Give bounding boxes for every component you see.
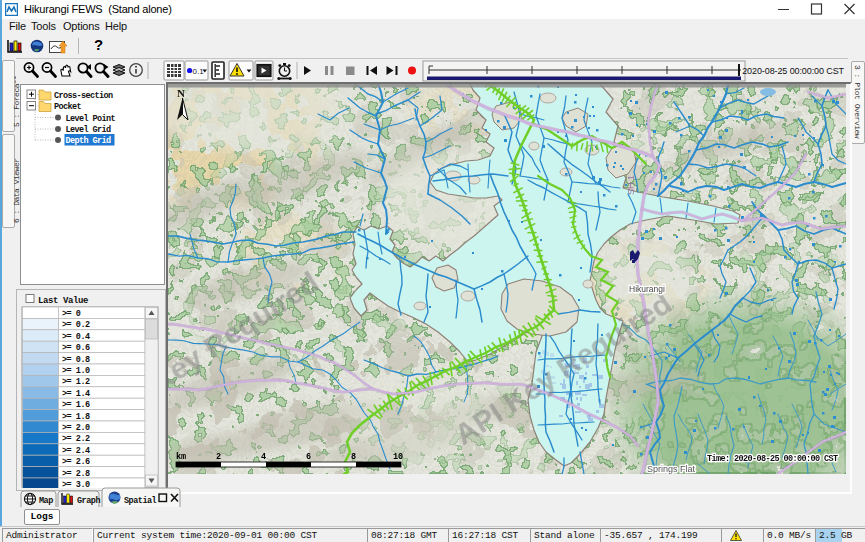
svg-text:>= 0.8: >= 0.8	[62, 355, 90, 365]
svg-text:N: N	[177, 87, 185, 99]
svg-text:Map: Map	[39, 496, 53, 506]
svg-text:>= 2.2: >= 2.2	[62, 434, 90, 444]
svg-text:Graph: Graph	[77, 496, 100, 506]
svg-text:>= 1.4: >= 1.4	[62, 389, 90, 399]
svg-text:Level Grid: Level Grid	[66, 125, 112, 135]
svg-text:0.1: 0.1	[193, 67, 205, 76]
svg-text:2020-08-25 00:00:00 CST: 2020-08-25 00:00:00 CST	[742, 66, 844, 76]
svg-text:Hikurangi: Hikurangi	[629, 284, 665, 294]
svg-text:>= 0: >= 0	[62, 309, 81, 319]
svg-text:Springs Flat: Springs Flat	[647, 464, 696, 474]
svg-text:>= 1.0: >= 1.0	[62, 366, 90, 376]
svg-text:>= 0.6: >= 0.6	[62, 343, 90, 353]
svg-text:Time: 2020-08-25 00:00:00 CST: Time: 2020-08-25 00:00:00 CST	[707, 454, 838, 464]
svg-text:Level Point: Level Point	[66, 114, 116, 124]
svg-text:Last Value: Last Value	[38, 296, 88, 306]
svg-text:2: 2	[216, 452, 221, 462]
svg-text:>= 1.2: >= 1.2	[62, 377, 90, 387]
svg-text:>= 0.2: >= 0.2	[62, 320, 90, 330]
svg-text:>= 1.8: >= 1.8	[62, 412, 90, 422]
svg-text:Spatial: Spatial	[124, 496, 157, 506]
svg-text:Cross-section: Cross-section	[54, 91, 113, 101]
svg-text:>= 0.4: >= 0.4	[62, 332, 90, 342]
svg-text:>= 1.6: >= 1.6	[62, 400, 90, 410]
svg-text:>= 2.8: >= 2.8	[62, 469, 90, 479]
svg-text:Depth Grid: Depth Grid	[66, 136, 112, 146]
svg-text:6: 6	[306, 452, 311, 462]
svg-text:SH 1: SH 1	[626, 175, 636, 195]
svg-text:4: 4	[261, 452, 266, 462]
svg-text:10: 10	[393, 452, 403, 462]
svg-text:>= 2.0: >= 2.0	[62, 423, 90, 433]
svg-text:>= 2.4: >= 2.4	[62, 446, 90, 456]
svg-text:km: km	[176, 452, 186, 462]
svg-text:>= 2.6: >= 2.6	[62, 457, 90, 467]
svg-text:8: 8	[351, 452, 356, 462]
svg-text:Pocket: Pocket	[54, 102, 82, 112]
